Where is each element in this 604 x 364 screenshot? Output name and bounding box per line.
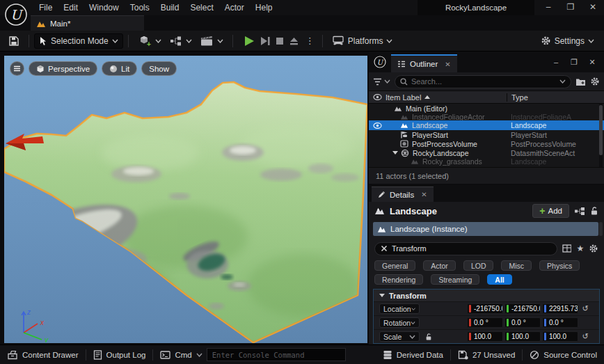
- panel-maximize-button[interactable]: ❐: [565, 58, 583, 67]
- location-z-field[interactable]: 22915.734: [542, 303, 578, 314]
- menu-edit[interactable]: Edit: [58, 0, 84, 15]
- scale-reset-button[interactable]: ↺: [578, 332, 592, 341]
- lit-sphere-icon: [109, 65, 118, 73]
- scale-x-field[interactable]: 100.0: [467, 331, 503, 342]
- tab-details[interactable]: Details ✕: [372, 187, 434, 202]
- tab-outliner[interactable]: Outliner ✕: [391, 54, 457, 72]
- rotation-z-field[interactable]: 0.0 °: [542, 317, 578, 328]
- location-dropdown[interactable]: Location: [379, 303, 420, 314]
- category-all[interactable]: All: [487, 274, 511, 285]
- menu-window[interactable]: Window: [84, 0, 125, 15]
- new-folder-button[interactable]: [575, 77, 586, 86]
- category-rendering[interactable]: Rendering: [374, 274, 423, 285]
- location-reset-button[interactable]: ↺: [578, 304, 592, 313]
- stop-button[interactable]: [274, 35, 285, 47]
- outliner-row-postprocessvolume[interactable]: PostProcessVolume PostProcessVolume: [369, 139, 604, 148]
- console-command-input[interactable]: [212, 351, 340, 359]
- transform-section-header[interactable]: Transform: [374, 290, 599, 301]
- location-y-field[interactable]: -216750.0: [504, 303, 541, 314]
- row-label: Main (Editor): [406, 104, 447, 113]
- close-button[interactable]: ✕: [582, 0, 604, 15]
- save-button[interactable]: [4, 33, 24, 49]
- menu-help[interactable]: Help: [250, 0, 278, 15]
- derived-data-button[interactable]: Derived Data: [376, 345, 450, 364]
- add-label: Add: [548, 207, 562, 215]
- tab-close-icon[interactable]: ✕: [421, 191, 427, 198]
- favorites-star-icon[interactable]: ★: [576, 244, 584, 253]
- lit-dropdown[interactable]: Lit: [102, 61, 137, 76]
- outliner-row-landscape[interactable]: Landscape Landscape: [369, 120, 604, 130]
- show-dropdown[interactable]: Show: [141, 61, 177, 76]
- play-button[interactable]: [242, 35, 256, 47]
- outliner-scrollbar[interactable]: [599, 104, 603, 167]
- components-scrollbar[interactable]: [599, 222, 603, 236]
- outliner-filter-button[interactable]: [373, 78, 390, 86]
- source-control-button[interactable]: Source Control: [523, 345, 604, 364]
- eject-button[interactable]: [288, 35, 300, 47]
- unlock-icon[interactable]: [590, 206, 598, 216]
- settings-dropdown[interactable]: Settings: [537, 33, 598, 49]
- menu-tools[interactable]: Tools: [125, 0, 155, 15]
- outliner-row-rocky-grasslands[interactable]: Rocky_grasslands Landscape: [369, 157, 604, 165]
- visibility-eye-icon[interactable]: [373, 122, 382, 129]
- console-command-box[interactable]: [207, 348, 346, 361]
- content-drawer-button[interactable]: Content Drawer: [0, 345, 86, 364]
- unsaved-button[interactable]: 27 Unsaved: [451, 345, 522, 364]
- outliner-search-input[interactable]: [411, 77, 556, 86]
- viewport-options-button[interactable]: [10, 61, 24, 76]
- clear-filter-x-icon[interactable]: [381, 245, 388, 252]
- details-filter-box[interactable]: [374, 242, 557, 255]
- panel-close-button[interactable]: ✕: [583, 58, 601, 67]
- scale-z-field[interactable]: 100.0: [542, 331, 578, 342]
- visibility-eye-icon[interactable]: [373, 94, 382, 100]
- play-options-button[interactable]: ⋮: [303, 35, 317, 46]
- add-component-button[interactable]: + Add: [532, 204, 569, 218]
- panel-minimize-button[interactable]: –: [547, 58, 565, 66]
- component-row-landscape-instance[interactable]: Landscape (Instance): [373, 222, 598, 236]
- location-x-field[interactable]: -216750.0: [467, 303, 503, 314]
- menu-file[interactable]: File: [33, 0, 58, 15]
- category-physics[interactable]: Physics: [539, 260, 580, 271]
- platforms-dropdown[interactable]: Platforms: [328, 33, 397, 49]
- 3d-viewport[interactable]: Perspective Lit Show z x: [4, 56, 367, 343]
- rotation-x-field[interactable]: 0.0 °: [467, 317, 503, 328]
- outliner-row-instancedfoliageactor[interactable]: InstancedFoliageActor InstancedFoliageA: [369, 113, 604, 120]
- category-lod[interactable]: LOD: [463, 260, 494, 271]
- blueprint-edit-icon[interactable]: [574, 207, 585, 216]
- category-streaming[interactable]: Streaming: [431, 274, 479, 285]
- maximize-button[interactable]: ❐: [559, 0, 582, 15]
- output-log-button[interactable]: Output Log: [86, 345, 153, 364]
- scale-dropdown[interactable]: Scale: [379, 331, 420, 342]
- perspective-dropdown[interactable]: Perspective: [29, 61, 97, 76]
- cmd-dropdown[interactable]: Cmd: [153, 345, 203, 364]
- tab-close-icon[interactable]: ✕: [445, 61, 450, 68]
- outliner-row-playerstart[interactable]: PlayerStart PlayerStart: [369, 130, 604, 139]
- rotation-y-field[interactable]: 0.0 °: [504, 317, 541, 328]
- scale-y-field[interactable]: 100.0: [504, 331, 541, 342]
- outliner-settings-button[interactable]: [590, 77, 600, 86]
- outliner-row-main-editor[interactable]: Main (Editor): [369, 104, 604, 113]
- add-actor-button[interactable]: +: [134, 33, 166, 49]
- level-tab-main[interactable]: Main*: [31, 15, 144, 31]
- expand-arrow-icon[interactable]: [392, 151, 398, 155]
- frame-skip-button[interactable]: [259, 35, 271, 47]
- outliner-search-box[interactable]: [395, 75, 571, 88]
- selection-mode-dropdown[interactable]: Selection Mode: [34, 33, 123, 49]
- category-actor[interactable]: Actor: [423, 260, 456, 271]
- category-general[interactable]: General: [374, 260, 415, 271]
- menu-build[interactable]: Build: [155, 0, 185, 15]
- rotation-dropdown[interactable]: Rotation: [379, 317, 420, 328]
- scale-lock-icon[interactable]: [425, 333, 432, 341]
- column-item-label[interactable]: Item Label: [386, 93, 421, 102]
- minimize-button[interactable]: –: [537, 0, 559, 15]
- details-settings-icon[interactable]: [589, 244, 598, 253]
- display-options-grid-icon[interactable]: [562, 244, 572, 253]
- details-filter-input[interactable]: [392, 244, 551, 253]
- menu-actor[interactable]: Actor: [219, 0, 250, 15]
- blueprints-button[interactable]: [166, 33, 196, 49]
- outliner-row-rockylandscape[interactable]: RockyLandscape DatasmithSceneAct: [369, 148, 604, 157]
- menu-select[interactable]: Select: [184, 0, 218, 15]
- cinematics-button[interactable]: [196, 33, 228, 49]
- column-type[interactable]: Type: [507, 93, 604, 102]
- category-misc[interactable]: Misc: [501, 260, 532, 271]
